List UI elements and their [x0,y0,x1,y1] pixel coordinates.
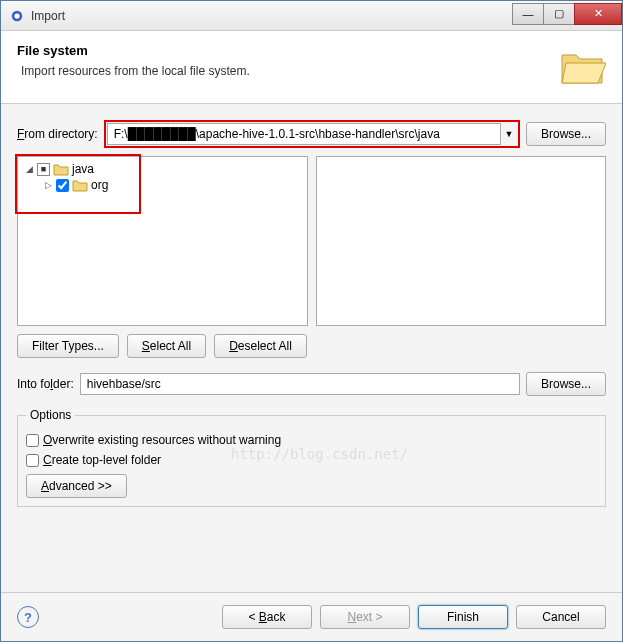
into-folder-browse-button[interactable]: Browse... [526,372,606,396]
overwrite-option[interactable]: Overwrite existing resources without war… [26,430,597,450]
wizard-content: http://blog.csdn.net/ From directory: ▼ … [1,104,622,592]
folder-icon [72,178,88,192]
import-dialog: Import — ▢ ✕ File system Import resource… [0,0,623,642]
wizard-header: File system Import resources from the lo… [1,31,622,104]
expand-icon[interactable]: ▷ [43,180,53,190]
create-top-checkbox[interactable] [26,454,39,467]
titlebar: Import — ▢ ✕ [1,1,622,31]
page-title: File system [17,43,550,58]
from-directory-dropdown[interactable]: ▼ [501,123,517,145]
create-top-option[interactable]: Create top-level folder [26,450,597,470]
filter-types-button[interactable]: Filter Types... [17,334,119,358]
into-folder-label: Into folder: [17,377,74,391]
create-top-label: Create top-level folder [43,453,161,467]
options-legend: Options [26,408,75,422]
tree-item-org[interactable]: ▷ org [22,177,303,193]
overwrite-label: Overwrite existing resources without war… [43,433,281,447]
wizard-footer: ? < Back Next > Finish Cancel [1,592,622,641]
into-folder-input[interactable] [80,373,520,395]
folder-tree[interactable]: ◢ ■ java ▷ org [17,156,308,326]
import-folder-icon [558,43,606,91]
help-button[interactable]: ? [17,606,39,628]
tree-panels: ◢ ■ java ▷ org [17,156,606,326]
back-button[interactable]: < Back [222,605,312,629]
select-all-button[interactable]: Select All [127,334,206,358]
checkbox-partial[interactable]: ■ [37,163,50,176]
svg-point-1 [14,13,19,18]
app-icon [9,8,25,24]
next-button: Next > [320,605,410,629]
from-directory-row: From directory: ▼ Browse... [17,120,606,148]
deselect-all-button[interactable]: Deselect All [214,334,307,358]
from-directory-input[interactable] [107,123,501,145]
into-folder-row: Into folder: Browse... [17,372,606,396]
footer-buttons: < Back Next > Finish Cancel [222,605,606,629]
overwrite-checkbox[interactable] [26,434,39,447]
close-button[interactable]: ✕ [574,3,622,25]
window-controls: — ▢ ✕ [513,3,622,25]
minimize-button[interactable]: — [512,3,544,25]
options-group: Options Overwrite existing resources wit… [17,408,606,507]
file-list[interactable] [316,156,607,326]
page-description: Import resources from the local file sys… [21,64,550,78]
advanced-button[interactable]: Advanced >> [26,474,127,498]
window-title: Import [31,9,513,23]
collapse-icon[interactable]: ◢ [24,164,34,174]
checkbox-org[interactable] [56,179,69,192]
tree-item-java[interactable]: ◢ ■ java [22,161,303,177]
from-directory-browse-button[interactable]: Browse... [526,122,606,146]
tree-item-label: org [91,178,108,192]
maximize-button[interactable]: ▢ [543,3,575,25]
from-directory-label: From directory: [17,127,98,141]
cancel-button[interactable]: Cancel [516,605,606,629]
selection-buttons: Filter Types... Select All Deselect All [17,334,606,358]
tree-item-label: java [72,162,94,176]
folder-icon [53,162,69,176]
finish-button[interactable]: Finish [418,605,508,629]
